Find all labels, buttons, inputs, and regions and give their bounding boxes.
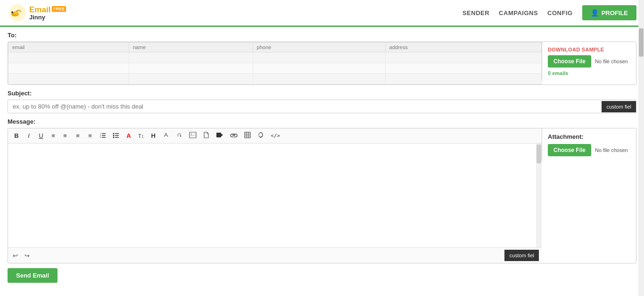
italic-button[interactable]: I — [23, 131, 34, 141]
col-name: name — [129, 42, 253, 52]
to-table-wrapper: email name phone address — [8, 42, 636, 85]
col-phone: phone — [253, 42, 385, 52]
svg-point-10 — [113, 133, 115, 134]
svg-point-19 — [191, 134, 192, 135]
subject-label: Subject: — [8, 90, 636, 97]
profile-label: PROFILE — [602, 9, 628, 17]
editor-area: B I U ≡ ≡ ≡ ≡ 123 A T↕ H — [8, 128, 542, 263]
table-row — [8, 74, 542, 85]
underline-button[interactable]: U — [35, 131, 47, 141]
header: Email FREE Jinny SENDER CAMPAIGNS CONFIG… — [0, 0, 644, 27]
to-label: To: — [8, 32, 636, 39]
main-content: To: email name phone address — [0, 27, 644, 288]
svg-text:3: 3 — [100, 136, 101, 138]
footer-area: Send Email — [8, 268, 636, 283]
download-sample-link[interactable]: DOWNLOAD SAMPLE — [548, 47, 630, 52]
clean-button[interactable] — [255, 130, 267, 141]
unordered-list-button[interactable] — [110, 131, 122, 141]
nav-campaigns[interactable]: CAMPAIGNS — [499, 9, 538, 17]
editor-scrollbar[interactable] — [536, 144, 542, 247]
choose-file-button-attachment[interactable]: Choose File — [548, 144, 591, 156]
no-file-chosen-attachment: No file chosen — [595, 147, 628, 153]
subject-input[interactable] — [8, 100, 602, 113]
svg-rect-23 — [245, 132, 250, 138]
nav-area: SENDER CAMPAIGNS CONFIG 👤 PROFILE — [462, 5, 636, 20]
page-scrollbar[interactable] — [638, 0, 644, 296]
link-button[interactable] — [227, 131, 240, 141]
profile-button[interactable]: 👤 PROFILE — [582, 5, 636, 20]
editor-scroll-thumb — [537, 144, 541, 163]
undo-button[interactable]: ↩ — [11, 251, 20, 260]
choose-file-button-to[interactable]: Choose File — [548, 55, 591, 68]
no-file-chosen-to: No file chosen — [595, 59, 628, 64]
logo-text: Email — [29, 5, 50, 15]
file-button[interactable] — [200, 130, 212, 141]
justify-button[interactable]: ≡ — [84, 131, 96, 141]
attachment-label: Attachment: — [548, 133, 630, 140]
redo-button[interactable]: ↪ — [23, 251, 32, 260]
svg-point-12 — [113, 136, 115, 138]
svg-rect-20 — [216, 133, 221, 137]
nav-config[interactable]: CONFIG — [547, 9, 573, 17]
subject-section: Subject: custom fiel — [8, 90, 636, 113]
message-custom-field-button[interactable]: custom fiel — [504, 250, 539, 261]
attachment-file-row: Choose File No file chosen — [548, 144, 630, 156]
send-email-button[interactable]: Send Email — [8, 268, 58, 283]
file-input-row: Choose File No file chosen — [548, 55, 630, 68]
strikethrough-button[interactable] — [173, 130, 185, 141]
logo-icon — [8, 3, 27, 23]
font-color-button[interactable]: A — [123, 131, 134, 141]
svg-point-11 — [113, 135, 115, 136]
highlight-button[interactable] — [160, 130, 172, 141]
to-section: To: email name phone address — [8, 32, 636, 85]
subject-custom-field-button[interactable]: custom fiel — [602, 101, 636, 112]
align-left-button[interactable]: ≡ — [48, 131, 59, 141]
emails-count: 0 emails — [548, 70, 630, 76]
table-row — [8, 52, 542, 63]
toolbar: B I U ≡ ≡ ≡ ≡ 123 A T↕ H — [8, 128, 542, 144]
undo-redo-area: ↩ ↪ — [11, 251, 32, 260]
editor-bottom-bar: ↩ ↪ custom fiel — [8, 247, 542, 263]
source-button[interactable]: </> — [268, 131, 283, 140]
image-button[interactable] — [186, 130, 199, 141]
logo-area: Email FREE Jinny — [8, 3, 66, 23]
col-address: address — [385, 42, 541, 52]
svg-point-3 — [11, 11, 13, 13]
align-right-button[interactable]: ≡ — [72, 131, 83, 141]
attachment-panel: Attachment: Choose File No file chosen — [542, 128, 636, 161]
free-badge: FREE — [52, 6, 66, 12]
editor-wrapper: B I U ≡ ≡ ≡ ≡ 123 A T↕ H — [8, 128, 636, 263]
align-center-button[interactable]: ≡ — [60, 131, 71, 141]
table-row — [8, 63, 542, 74]
upload-panel: DOWNLOAD SAMPLE Choose File No file chos… — [542, 42, 636, 81]
video-button[interactable] — [213, 131, 226, 141]
subject-input-row: custom fiel — [8, 100, 636, 113]
font-size-button[interactable]: T↕ — [135, 132, 147, 140]
message-section: Message: B I U ≡ ≡ ≡ ≡ 123 — [8, 118, 636, 263]
logo-subtext: Jinny — [29, 14, 45, 21]
col-email: email — [8, 42, 129, 52]
message-label: Message: — [8, 118, 636, 125]
ordered-list-button[interactable]: 123 — [97, 131, 109, 141]
recipients-table: email name phone address — [8, 42, 542, 85]
nav-sender[interactable]: SENDER — [462, 9, 489, 17]
svg-point-17 — [180, 135, 182, 137]
person-icon: 👤 — [591, 9, 599, 17]
table-button[interactable] — [241, 130, 254, 141]
bold-button[interactable]: B — [11, 131, 22, 141]
svg-marker-21 — [221, 134, 223, 136]
editor-content[interactable] — [8, 144, 536, 247]
heading-button[interactable]: H — [148, 131, 159, 141]
page-scrollbar-thumb — [639, 28, 644, 57]
